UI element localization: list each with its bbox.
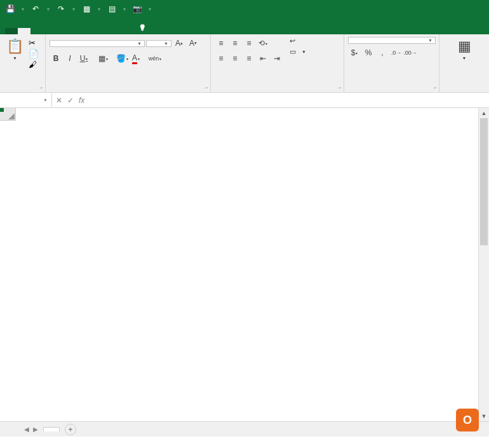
watermark: O	[456, 409, 483, 431]
scroll-thumb[interactable]	[480, 118, 488, 245]
camera-icon[interactable]: 📷	[132, 4, 142, 14]
open-icon[interactable]: ▤	[107, 4, 117, 14]
fill-handle[interactable]	[0, 108, 4, 112]
undo-icon[interactable]: ↶	[30, 4, 41, 14]
title-bar: 💾 ▾ ↶ ▾ ↷ ▾ ▦ ▾ ▤ ▾ 📷 ▾	[0, 0, 489, 18]
font-color-button[interactable]: A▾	[130, 52, 142, 65]
format-painter-icon[interactable]: 🖌	[29, 60, 39, 69]
sheet-tab-bar: ◀ ▶ +	[0, 421, 489, 437]
phonetic-button[interactable]: wén▾	[149, 52, 161, 65]
copy-icon[interactable]: 📄	[29, 49, 39, 58]
quick-access-toolbar: 💾 ▾ ↶ ▾ ↷ ▾ ▦ ▾ ▤ ▾ 📷 ▾	[0, 4, 151, 14]
tab-insert[interactable]	[30, 28, 43, 34]
save-icon[interactable]: 💾	[5, 4, 15, 14]
tab-tell-me[interactable]	[132, 20, 154, 34]
sheet-tab[interactable]	[43, 427, 60, 431]
font-size-combo[interactable]: ▼	[146, 40, 171, 47]
enter-icon[interactable]: ✓	[67, 96, 74, 105]
new-icon[interactable]: ▦	[81, 4, 91, 14]
bold-button[interactable]: B	[50, 52, 62, 65]
align-left-icon[interactable]: ≡	[215, 52, 227, 65]
border-button[interactable]: ▦▾	[97, 52, 109, 65]
fx-icon[interactable]: fx	[79, 96, 84, 105]
align-bottom-icon[interactable]: ≡	[243, 37, 255, 50]
tab-file[interactable]	[5, 28, 18, 34]
font-name-combo[interactable]: ▼	[50, 40, 145, 47]
tab-nav-prev-icon[interactable]: ◀	[24, 426, 29, 433]
orientation-icon[interactable]: ⟲▾	[257, 37, 269, 50]
ribbon: 📋 ▼ ✂ 📄 🖌 ▼ ▼ A▴ A▾ B	[0, 34, 489, 93]
add-sheet-button[interactable]: +	[65, 424, 76, 435]
group-align-label	[215, 90, 340, 91]
indent-dec-icon[interactable]: ⇤	[257, 52, 269, 65]
wrap-text-button[interactable]: ↩	[290, 37, 306, 45]
align-right-icon[interactable]: ≡	[243, 52, 255, 65]
tab-formula[interactable]	[56, 28, 69, 34]
formula-bar: ▼ ✕ ✓ fx	[0, 93, 489, 108]
ribbon-tabs	[0, 18, 489, 34]
tab-home[interactable]	[18, 28, 30, 34]
group-number-label	[348, 90, 435, 91]
tab-view[interactable]	[94, 28, 107, 34]
align-center-icon[interactable]: ≡	[229, 52, 241, 65]
paste-button[interactable]: 📋 ▼	[4, 37, 26, 62]
office-logo-icon: O	[456, 409, 479, 431]
cut-icon[interactable]: ✂	[29, 38, 39, 48]
column-headers[interactable]	[16, 108, 489, 121]
worksheet-grid[interactable]	[0, 108, 489, 421]
indent-inc-icon[interactable]: ⇥	[271, 52, 283, 65]
decrease-decimal-icon[interactable]: .00→	[404, 46, 417, 59]
comma-icon[interactable]: ,	[376, 46, 389, 59]
align-top-icon[interactable]: ≡	[215, 37, 227, 50]
wrap-icon: ↩	[290, 37, 295, 45]
clipboard-icon: 📋	[6, 38, 23, 55]
underline-button[interactable]: U▾	[77, 52, 90, 65]
cancel-icon[interactable]: ✕	[56, 96, 62, 105]
percent-icon[interactable]: %	[362, 46, 375, 59]
redo-icon[interactable]: ↷	[56, 4, 66, 14]
tab-baidu[interactable]	[119, 28, 132, 34]
vertical-scrollbar[interactable]: ▲ ▼	[478, 108, 489, 421]
tab-layout[interactable]	[43, 28, 56, 34]
align-middle-icon[interactable]: ≡	[229, 37, 241, 50]
merge-icon: ▭	[290, 48, 296, 56]
group-font-label	[50, 90, 206, 91]
fill-color-button[interactable]: 🪣▾	[116, 52, 128, 65]
number-format-combo[interactable]: ▼	[348, 37, 436, 44]
italic-button[interactable]: I	[64, 52, 76, 65]
tab-nav-next-icon[interactable]: ▶	[33, 426, 38, 433]
scroll-up-icon[interactable]: ▲	[479, 108, 489, 118]
tab-data[interactable]	[69, 28, 81, 34]
merge-center-button[interactable]: ▭▼	[290, 48, 306, 56]
decrease-font-icon[interactable]: A▾	[187, 37, 199, 50]
conditional-format-icon: ▦	[458, 38, 471, 55]
name-box[interactable]: ▼	[0, 93, 52, 107]
currency-icon[interactable]: $▾	[348, 46, 361, 59]
tab-dev[interactable]	[107, 28, 119, 34]
increase-decimal-icon[interactable]: .0→	[390, 46, 403, 59]
increase-font-icon[interactable]: A▴	[173, 37, 185, 50]
conditional-format-button[interactable]: ▦ ▼	[455, 37, 474, 62]
group-clipboard-label	[4, 90, 41, 91]
tab-review[interactable]	[81, 28, 94, 34]
